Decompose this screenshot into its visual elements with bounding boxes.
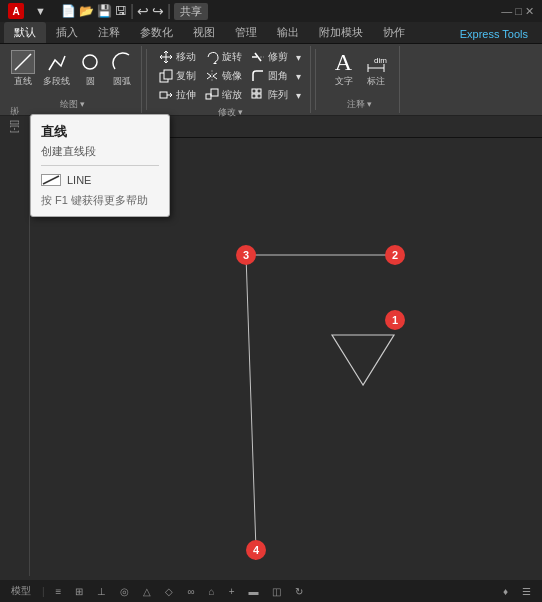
status-tp[interactable]: ◫ — [269, 586, 284, 597]
tool-fillet-dropdown[interactable]: ▾ — [293, 70, 304, 83]
tool-trim[interactable]: 修剪 — [247, 48, 291, 66]
title-bar: A ▼ 📄 📂 💾 🖫 | ↩ ↪ | 共享 — □ ✕ — [0, 0, 542, 22]
ribbon-group-draw: 直线 多段线 圆 圆弧 绘图 ▾ — [4, 46, 142, 113]
draw-group-label: 绘图 ▾ — [60, 98, 86, 111]
tab-view[interactable]: 视图 — [183, 22, 225, 43]
modify-row2: 复制 镜像 圆角 ▾ — [155, 67, 306, 85]
svg-line-26 — [43, 176, 59, 184]
tab-manage[interactable]: 管理 — [225, 22, 267, 43]
ribbon-group-annotation: A 文字 dim 标注 注释 ▾ — [320, 46, 400, 113]
tooltip-cmd-label: LINE — [67, 174, 91, 186]
tool-polyline[interactable]: 多段线 — [40, 48, 73, 90]
tooltip-popup: 直线 创建直线段 LINE 按 F1 键获得更多帮助 — [30, 114, 170, 217]
tooltip-help: 按 F1 键获得更多帮助 — [41, 193, 159, 208]
tool-circle[interactable]: 圆 — [75, 48, 105, 90]
toolbar-new[interactable]: 📄 — [61, 4, 76, 18]
tab-insert[interactable]: 插入 — [46, 22, 88, 43]
tool-text[interactable]: A 文字 — [329, 48, 359, 90]
svg-rect-9 — [160, 92, 167, 98]
tool-line[interactable]: 直线 — [8, 48, 38, 90]
modify-row1: 移动 旋转 修剪 ▾ — [155, 48, 306, 66]
toolbar-redo[interactable]: ↪ — [152, 3, 164, 19]
status-otrack[interactable]: ∞ — [184, 586, 197, 597]
status-3dosnap[interactable]: ◇ — [162, 586, 176, 597]
tooltip-title: 直线 — [41, 123, 159, 141]
svg-line-23 — [246, 255, 256, 550]
status-ortho[interactable]: ⊥ — [94, 586, 109, 597]
tool-dimension[interactable]: dim 标注 — [361, 48, 391, 90]
svg-rect-17 — [252, 94, 256, 98]
tool-arc[interactable]: 圆弧 — [107, 48, 137, 90]
toolbar-open[interactable]: 📂 — [79, 4, 94, 18]
status-model[interactable]: 模型 — [8, 584, 34, 598]
toolbar-share[interactable]: 共享 — [174, 3, 208, 20]
svg-rect-16 — [257, 89, 261, 93]
point-4: 4 — [246, 540, 266, 560]
point-2: 2 — [385, 245, 405, 265]
svg-line-0 — [15, 54, 31, 70]
tool-copy[interactable]: 复制 — [155, 67, 199, 85]
tool-stretch[interactable]: 拉伸 — [155, 86, 199, 104]
toolbar-saveas[interactable]: 🖫 — [115, 4, 127, 18]
status-anno[interactable]: ♦ — [500, 586, 511, 597]
point-3: 3 — [236, 245, 256, 265]
svg-marker-25 — [332, 335, 394, 385]
status-lw[interactable]: ▬ — [245, 586, 261, 597]
left-panel: [-][俯] — [0, 116, 30, 576]
tooltip-subtitle: 创建直线段 — [41, 144, 159, 159]
canvas-area: 1 2 3 4 — [30, 160, 542, 602]
tool-array[interactable]: 阵列 — [247, 86, 291, 104]
toolbar-undo[interactable]: ↩ — [137, 3, 149, 19]
tool-mirror[interactable]: 镜像 — [201, 67, 245, 85]
status-sc[interactable]: ↻ — [292, 586, 306, 597]
tab-express[interactable]: Express Tools — [450, 25, 538, 43]
svg-rect-14 — [211, 89, 218, 96]
draw-tools-row1: 直线 多段线 圆 圆弧 — [8, 48, 137, 90]
svg-rect-7 — [164, 70, 172, 79]
status-dynin[interactable]: + — [226, 586, 238, 597]
modify-row3: 拉伸 缩放 阵列 ▾ — [155, 86, 306, 104]
tab-addons[interactable]: 附加模块 — [309, 22, 373, 43]
svg-point-1 — [83, 55, 97, 69]
drawing-canvas — [30, 160, 542, 602]
status-ducs[interactable]: ⌂ — [206, 586, 218, 597]
tooltip-cmd-row: LINE — [41, 174, 91, 186]
toolbar-save[interactable]: 💾 — [97, 4, 112, 18]
status-polar[interactable]: ◎ — [117, 586, 132, 597]
modify-group-label: 修改 ▾ — [218, 106, 244, 119]
svg-rect-13 — [206, 94, 211, 99]
tool-scale[interactable]: 缩放 — [201, 86, 245, 104]
ribbon-tabs: 默认 插入 注释 参数化 视图 管理 输出 附加模块 协作 Express To… — [0, 22, 542, 44]
tool-array-dropdown[interactable]: ▾ — [293, 89, 304, 102]
status-snap[interactable]: ⊞ — [72, 586, 86, 597]
annotation-tools: A 文字 dim 标注 — [329, 48, 391, 90]
status-grid[interactable]: ≡ — [53, 586, 65, 597]
tab-collab[interactable]: 协作 — [373, 22, 415, 43]
ribbon-group-modify: 移动 旋转 修剪 ▾ 复制 镜像 — [151, 46, 311, 113]
title-bar-menu: ▼ — [30, 4, 51, 18]
tool-fillet[interactable]: 圆角 — [247, 67, 291, 85]
title-bar-right: — □ ✕ — [493, 5, 534, 18]
status-bar: 模型 | ≡ ⊞ ⊥ ◎ △ ◇ ∞ ⌂ + ▬ ◫ ↻ ♦ ☰ — [0, 580, 542, 602]
annotation-group-label: 注释 ▾ — [347, 98, 373, 111]
svg-rect-15 — [252, 89, 256, 93]
tool-rotate[interactable]: 旋转 — [201, 48, 245, 66]
menu-item-file[interactable]: ▼ — [30, 4, 51, 18]
status-osnap[interactable]: △ — [140, 586, 154, 597]
status-units[interactable]: ☰ — [519, 586, 534, 597]
svg-text:dim: dim — [374, 56, 387, 65]
tab-parametric[interactable]: 参数化 — [130, 22, 183, 43]
tab-annotate[interactable]: 注释 — [88, 22, 130, 43]
tab-output[interactable]: 输出 — [267, 22, 309, 43]
app-icon: A — [8, 3, 24, 19]
tooltip-divider — [41, 165, 159, 166]
ribbon-toolbar: 直线 多段线 圆 圆弧 绘图 ▾ — [0, 44, 542, 116]
tool-trim-dropdown[interactable]: ▾ — [293, 51, 304, 64]
view-label: [-][俯] — [8, 120, 21, 133]
svg-rect-18 — [257, 94, 261, 98]
tooltip-line-icon-img — [41, 174, 61, 186]
point-1: 1 — [385, 310, 405, 330]
tool-move[interactable]: 移动 — [155, 48, 199, 66]
svg-marker-2 — [213, 62, 217, 64]
tab-default[interactable]: 默认 — [4, 22, 46, 43]
